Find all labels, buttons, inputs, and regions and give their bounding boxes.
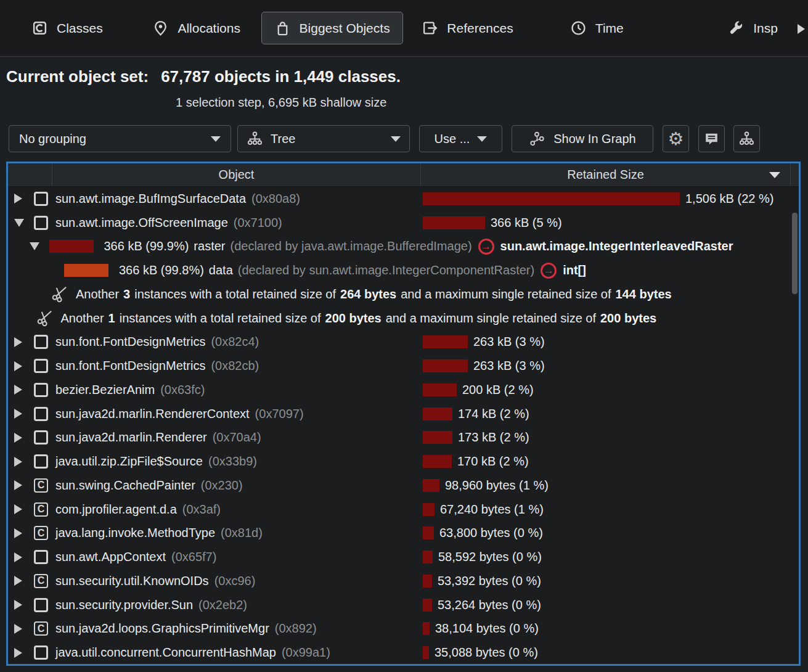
expand-toggle-icon[interactable] [14,409,34,419]
expand-toggle-icon[interactable] [14,576,34,586]
tab-classes[interactable]: Classes [18,12,116,44]
collapse-toggle-icon[interactable] [14,219,34,227]
expand-toggle-icon[interactable] [14,385,34,395]
object-address: (0xc96) [214,574,256,588]
tab-slot: References [403,0,533,56]
expand-toggle-icon[interactable] [14,624,34,634]
table-row[interactable]: sun.awt.image.BufImgSurfaceData(0x80a8)1… [8,187,799,211]
retained-size-bar [423,551,433,563]
table-row[interactable]: 366 kB (99.8%)data(declared by sun.awt.i… [8,258,799,282]
retained-size-bar [423,408,452,420]
reference-size-bar [64,264,108,277]
object-cell: sun.font.FontDesignMetrics(0x82cb) [8,354,259,378]
retained-size-bar [423,216,485,229]
tab-allocations[interactable]: Allocations [139,12,253,44]
cutoff-text: Another [61,311,104,326]
expand-toggle-icon[interactable] [14,457,34,467]
cutoff-max-size: 144 bytes [616,287,672,301]
retained-size-cell: 38,104 bytes (0 %) [423,617,539,641]
table-row[interactable]: Csun.security.util.KnownOIDs(0xc96)53,39… [8,569,799,593]
object-cell: sun.font.FontDesignMetrics(0x82c4) [8,330,259,354]
retained-size-value: 1,506 kB (22 %) [685,192,773,206]
expand-toggle-icon[interactable] [14,600,34,610]
expand-toggle-icon[interactable] [14,504,34,514]
object-address: (0x892) [275,621,317,636]
table-row[interactable]: Cjava.lang.invoke.MethodType(0x81d)63,80… [8,522,799,546]
retained-size-value: 67,240 bytes (1 %) [440,502,544,517]
table-row[interactable]: Another1instances with a total retained … [8,306,799,330]
table-row[interactable]: Csun.swing.CachedPainter(0x230)98,960 by… [8,473,799,498]
table-row[interactable]: sun.font.FontDesignMetrics(0x82c4)263 kB… [8,330,799,354]
object-cell: sun.java2d.marlin.RendererContext(0x7097… [8,402,304,426]
tab-label: Classes [57,21,103,36]
object-cell: Csun.java2d.loops.GraphicsPrimitiveMgr(0… [8,617,317,641]
expand-toggle-icon[interactable] [14,552,34,562]
table-row[interactable]: Another3instances with a total retained … [8,282,799,306]
retained-size-bar [423,383,457,396]
more-tabs-arrow-icon[interactable] [798,24,805,34]
cutoff-text: and a maximum single retained size of [386,311,596,326]
table-row[interactable]: sun.awt.AppContext(0x65f7)58,592 bytes (… [8,545,799,569]
table-row[interactable]: bezier.BezierAnim(0x63fc)200 kB (2 %) [8,378,799,402]
current-object-set-header: Current object set: 67,787 objects in 1,… [6,67,401,86]
table-row[interactable]: sun.font.FontDesignMetrics(0x82cb)263 kB… [8,354,799,378]
table-row[interactable]: sun.awt.image.OffScreenImage(0x7100)366 … [8,211,799,235]
object-cell: java.util.zip.ZipFile$Source(0x33b9) [8,449,257,473]
object-address: (0x65f7) [171,550,216,564]
view-mode-dropdown[interactable]: Tree [237,125,410,152]
tab-label: Allocations [178,21,240,36]
tree-view-button[interactable] [733,125,760,152]
grouping-dropdown[interactable]: No grouping [9,125,231,152]
expand-toggle-icon[interactable] [14,361,34,371]
collapse-toggle-icon[interactable] [30,242,44,250]
tab-label: Insp [753,21,778,36]
table-row[interactable]: 366 kB (99.9%)raster(declared by java.aw… [8,235,799,259]
table-row[interactable]: Ccom.jprofiler.agent.d.a(0x3af)67,240 by… [8,498,799,522]
object-name: sun.security.util.KnownOIDs [55,574,209,588]
tab-insp[interactable]: Insp [715,12,791,44]
vertical-scrollbar-thumb[interactable] [792,213,798,294]
biggest-objects-icon [274,20,291,36]
object-address: (0x63fc) [160,383,205,397]
retained-size-value: 263 kB (3 %) [473,335,545,349]
annotate-button[interactable] [698,125,725,152]
tree-icon [247,131,263,147]
object-cell: Csun.security.util.KnownOIDs(0xc96) [8,569,255,593]
retained-size-cell: 263 kB (3 %) [423,354,545,378]
expand-toggle-icon[interactable] [14,528,34,538]
expand-toggle-icon[interactable] [14,648,34,658]
header-object-column[interactable]: Object [52,163,421,186]
tab-slot: Biggest Objects [261,0,403,56]
retained-size-bar [423,455,452,468]
object-cell: Cjava.lang.invoke.MethodType(0x81d) [8,522,263,546]
table-row[interactable]: java.util.zip.ZipFile$Source(0x33b9)170 … [8,449,799,473]
expand-toggle-icon[interactable] [14,433,34,443]
expand-toggle-icon[interactable] [14,337,34,347]
retained-size-value: 53,392 bytes (0 %) [438,574,541,588]
table-row[interactable]: java.util.concurrent.ConcurrentHashMap(0… [8,641,799,665]
cutoff-summary-cell: Another1instances with a total retained … [8,306,656,330]
retained-size-value: 35,088 bytes (0 %) [435,645,538,660]
tab-references[interactable]: References [409,12,526,44]
table-row[interactable]: sun.java2d.marlin.Renderer(0x70a4)173 kB… [8,426,799,450]
expand-toggle-icon[interactable] [14,480,34,490]
object-address: (0x99a1) [282,645,330,660]
object-name: bezier.BezierAnim [55,383,155,397]
object-instance-icon [34,359,48,373]
expand-toggle-icon[interactable] [14,194,34,203]
biggest-objects-table: Object Retained Size sun.awt.image.BufIm… [6,162,801,666]
object-column-label: Object [219,168,255,182]
table-row[interactable]: sun.java2d.marlin.RendererContext(0x7097… [8,402,799,426]
table-row[interactable]: sun.security.provider.Sun(0x2eb2)53,264 … [8,593,799,617]
show-in-graph-button[interactable]: Show In Graph [512,125,653,152]
header-selection-column[interactable] [8,163,52,186]
settings-button[interactable]: ⚙ [663,125,689,152]
table-row[interactable]: Csun.java2d.loops.GraphicsPrimitiveMgr(0… [8,617,799,641]
tab-biggest-objects[interactable]: Biggest Objects [261,12,403,44]
use-button[interactable]: Use ... [419,125,502,152]
reference-size-bar [49,240,94,253]
object-address: (0x82c4) [211,335,259,349]
header-retained-size-column[interactable]: Retained Size [421,163,791,186]
reference-size-text: 366 kB (99.9%) [104,239,189,253]
tab-time[interactable]: Time [557,12,637,44]
